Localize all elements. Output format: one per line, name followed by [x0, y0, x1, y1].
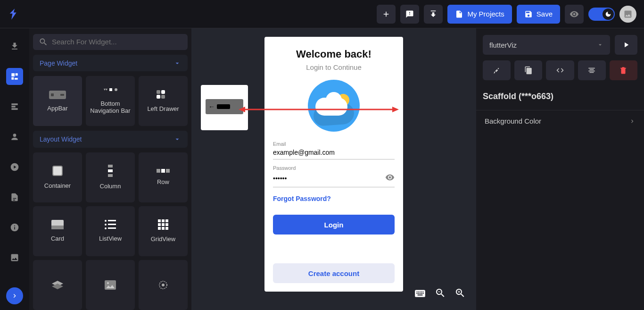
chevron-down-icon	[173, 135, 181, 143]
widget-label: ListView	[99, 235, 122, 242]
widget-column[interactable]: Column	[86, 152, 135, 202]
code-tool[interactable]	[546, 60, 574, 80]
svg-rect-23	[108, 227, 116, 229]
svg-rect-17	[51, 226, 64, 229]
section-layout-widget[interactable]: Layout Widget	[33, 131, 188, 148]
svg-rect-28	[162, 223, 165, 226]
svg-rect-9	[53, 166, 62, 176]
user-avatar[interactable]	[619, 6, 636, 23]
widget-label: Card	[51, 235, 64, 242]
my-projects-button[interactable]: My Projects	[447, 5, 512, 24]
widget-label: Container	[44, 182, 71, 189]
create-account-button[interactable]: Create account	[273, 263, 395, 283]
save-button[interactable]: Save	[517, 5, 560, 24]
svg-rect-25	[162, 219, 165, 222]
preview-button[interactable]	[565, 5, 584, 24]
widget-left-drawer[interactable]: Left Drawer	[139, 76, 188, 126]
scaffold-title: Scaffold (***o663)	[476, 80, 644, 103]
svg-rect-1	[51, 93, 54, 96]
svg-rect-32	[165, 227, 168, 230]
widget-container[interactable]: Container	[33, 152, 82, 202]
search-icon	[39, 37, 48, 47]
svg-rect-11	[108, 169, 113, 172]
widget-label: Left Drawer	[147, 105, 179, 112]
svg-rect-21	[108, 224, 116, 225]
magic-tool[interactable]	[483, 60, 511, 80]
widget-stack[interactable]	[33, 260, 82, 310]
widget-label: Row	[157, 178, 169, 185]
svg-rect-3	[109, 88, 112, 91]
bg-color-label: Background Color	[485, 117, 541, 125]
svg-rect-31	[162, 227, 165, 230]
widget-label: Column	[100, 183, 121, 190]
svg-rect-30	[158, 227, 161, 230]
topbar: My Projects Save	[0, 0, 644, 28]
search-input[interactable]	[52, 38, 182, 46]
canvas[interactable]: ← Welcome back! Login to Continue Email …	[191, 28, 476, 310]
svg-rect-26	[165, 219, 168, 222]
nav-info-icon[interactable]	[6, 219, 23, 236]
svg-rect-13	[157, 169, 160, 173]
svg-rect-2	[60, 94, 64, 96]
nav-import-icon[interactable]	[6, 38, 23, 55]
widget-listview[interactable]: ListView	[86, 206, 135, 256]
nav-image-icon[interactable]	[6, 249, 23, 266]
widget-gridview[interactable]: GridView	[139, 206, 188, 256]
nav-layers-icon[interactable]	[6, 98, 23, 115]
forgot-password-link[interactable]: Forgot Password?	[273, 195, 395, 202]
add-button[interactable]	[377, 5, 396, 24]
widget-appbar[interactable]: AppBar	[33, 76, 82, 126]
widget-card[interactable]: Card	[33, 206, 82, 256]
keyboard-icon[interactable]	[414, 287, 426, 302]
svg-rect-8	[161, 95, 165, 99]
copy-tool[interactable]	[514, 60, 542, 80]
svg-point-18	[105, 220, 107, 222]
zoom-out-icon[interactable]	[435, 287, 446, 302]
nav-rail	[0, 28, 29, 310]
svg-point-20	[105, 224, 107, 226]
widget-row[interactable]: Row	[139, 152, 188, 202]
svg-rect-6	[161, 90, 165, 94]
zoom-in-icon[interactable]	[454, 287, 466, 302]
nav-widgets-icon[interactable]	[6, 68, 23, 85]
tree-thumbnail[interactable]: ←	[201, 85, 248, 130]
section-page-widget[interactable]: Page Widget	[33, 55, 188, 72]
delete-tool[interactable]	[610, 60, 637, 80]
nav-doc-icon[interactable]	[6, 189, 23, 206]
dark-mode-toggle[interactable]	[588, 8, 615, 21]
nav-play-icon[interactable]	[6, 159, 23, 176]
canvas-tools	[414, 287, 466, 302]
svg-rect-12	[108, 174, 113, 177]
widget-label: Bottom Navigation Bar	[89, 100, 132, 114]
download-button[interactable]	[424, 5, 443, 24]
widget-search[interactable]	[33, 34, 188, 50]
svg-rect-7	[157, 95, 160, 99]
email-input[interactable]	[273, 149, 395, 156]
background-color-prop[interactable]: Background Color	[476, 110, 644, 132]
nav-user-icon[interactable]	[6, 128, 23, 145]
svg-rect-27	[158, 223, 161, 226]
section-label: Page Widget	[40, 59, 77, 67]
eye-icon[interactable]	[385, 173, 395, 184]
device-preview: Welcome back! Login to Continue Email Pa…	[264, 37, 403, 292]
feedback-button[interactable]	[400, 5, 419, 24]
widgets-panel: Page Widget AppBar Bottom Navigation Bar…	[29, 28, 191, 310]
email-field: Email	[273, 141, 395, 159]
scaffold-selector[interactable]: flutterViz	[483, 35, 610, 55]
run-button[interactable]	[615, 35, 637, 55]
svg-rect-29	[165, 223, 168, 226]
widget-other[interactable]	[139, 260, 188, 310]
svg-point-34	[107, 282, 109, 284]
svg-point-22	[105, 227, 107, 229]
inspector-panel: flutterViz Scaffold (***o663) Background…	[476, 28, 644, 310]
align-tool[interactable]	[578, 60, 606, 80]
chevron-right-icon	[629, 118, 636, 125]
selected-item-label: flutterViz	[489, 41, 517, 49]
widget-bottom-nav[interactable]: Bottom Navigation Bar	[86, 76, 135, 126]
login-button[interactable]: Login	[273, 215, 395, 235]
widget-image[interactable]	[86, 260, 135, 310]
nav-expand-icon[interactable]	[6, 287, 23, 304]
svg-rect-19	[108, 220, 116, 221]
password-input[interactable]: ••••••	[273, 175, 385, 182]
weather-logo	[308, 80, 360, 132]
